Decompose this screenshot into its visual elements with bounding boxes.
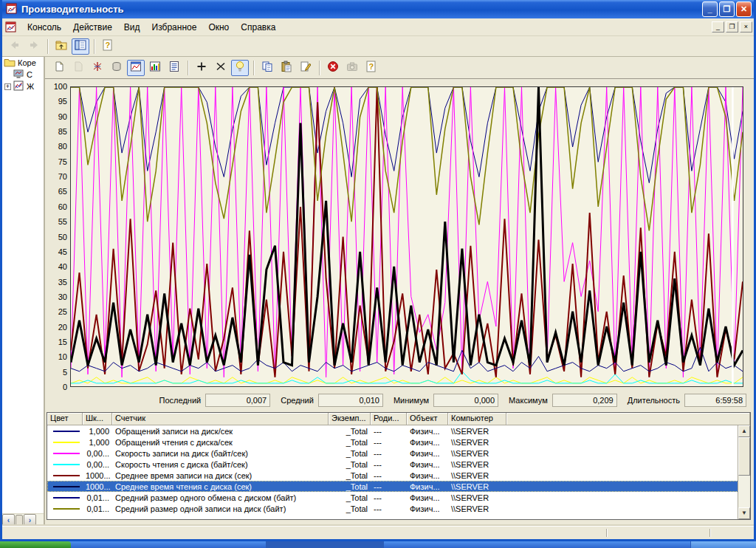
y-axis-tick: 90 [45,112,67,121]
back-button[interactable] [6,38,24,55]
menu-window[interactable]: Окно [202,20,235,35]
maximum-label: Максимум [509,396,548,405]
legend-column-header[interactable]: Компьютер [448,413,506,425]
performance-chart: 0510152025303540455055606570758085909510… [45,79,754,390]
child-close-button[interactable]: × [740,21,752,32]
menu-favorites[interactable]: Избранное [146,20,203,35]
computer-value: \\SERVER [448,482,506,491]
counter-row[interactable]: 1,000Обращений чтения с диска/сек_Total-… [47,436,750,448]
y-axis-tick: 60 [45,202,67,211]
toolbar-separator [253,61,254,75]
menu-console[interactable]: Консоль [21,20,67,35]
highlight-button[interactable] [231,60,249,76]
counter-row[interactable]: 1,000Обращений записи на диск/сек_Total-… [47,425,750,436]
properties-button[interactable] [297,60,315,76]
y-axis-tick: 35 [45,278,67,287]
help-button[interactable]: ? [362,60,380,76]
minimize-button[interactable]: _ [702,1,718,17]
legend-column-header[interactable]: Экземп... [329,413,371,425]
start-button[interactable] [0,541,71,548]
y-axis-tick: 5 [45,368,67,377]
new-counter-set-button[interactable] [50,60,68,76]
highlight-icon [234,61,246,75]
color-swatch [47,497,83,499]
computer-value: \\SERVER [448,449,506,458]
color-swatch [47,464,83,465]
restore-button[interactable]: ❐ [719,1,735,17]
legend-column-header[interactable]: Счетчик [112,413,329,425]
update-data-button[interactable] [343,60,361,76]
counter-name: Средний размер одного обмена с диском (б… [112,493,329,502]
performance-window: Производительность _ ❐ ✕ Консоль Действи… [0,0,756,541]
view-graph-button[interactable] [127,60,145,76]
chart-series-lines [71,87,743,386]
child-restore-button[interactable]: ❐ [726,21,738,32]
child-minimize-button[interactable]: _ [712,21,724,32]
legend-column-header[interactable]: Объект [407,413,448,425]
add-counter-button[interactable] [193,60,210,76]
menu-help[interactable]: Справка [235,20,281,35]
menu-action[interactable]: Действие [67,20,118,35]
scroll-down-icon[interactable]: ▼ [738,507,750,519]
counter-row[interactable]: 0,01...Средний размер одной записи на ди… [47,503,750,514]
taskbar[interactable] [0,541,756,548]
tree-horizontal-scrollbar[interactable]: ‹ › [2,513,44,526]
forward-icon [28,39,40,54]
counter-row[interactable]: 1000...Среднее время записи на диск (сек… [47,470,750,481]
view-graph-icon [130,61,142,75]
y-axis-tick: 20 [45,323,67,332]
view-current-activity-button[interactable] [89,60,106,76]
clear-display-button[interactable] [69,60,87,76]
legend-vertical-scrollbar[interactable]: ▲ ▼ [738,425,750,519]
counter-name: Скорость чтения с диска (байт/сек) [112,460,329,469]
delete-counter-button[interactable] [212,60,230,76]
y-axis-tick: 50 [45,233,67,242]
view-histogram-button[interactable] [146,60,164,76]
title-bar[interactable]: Производительность _ ❐ ✕ [2,0,754,18]
scroll-left-icon[interactable]: ‹ [2,514,15,527]
y-axis-tick: 45 [45,247,67,256]
expand-plus-icon[interactable]: + [4,83,11,90]
system-tray [690,541,756,548]
tree-item-performance-logs[interactable]: +Ж [2,81,44,92]
tree-item-console-root[interactable]: Коре [2,57,44,69]
copy-properties-button[interactable] [258,60,276,76]
update-data-icon [346,61,358,75]
help-button[interactable]: ? [99,38,117,55]
freeze-display-button[interactable] [324,60,342,76]
parent-value: --- [371,493,407,502]
show-hide-tree-button[interactable] [72,38,89,55]
close-button[interactable]: ✕ [736,1,752,17]
counter-row[interactable]: 1000...Среднее время чтения с диска (сек… [47,481,750,492]
counter-row[interactable]: 0,01...Средний размер одного обмена с ди… [47,492,750,503]
object-value: Физич... [407,460,448,469]
legend-column-header[interactable]: Шк... [83,413,112,425]
counter-name: Средний размер одной записи на диск (бай… [112,504,329,513]
view-log-data-button[interactable] [108,60,126,76]
paste-counter-list-button[interactable] [278,60,295,76]
scale-value: 1000... [83,471,112,480]
minimum-value: 0,000 [433,394,498,407]
computer-value: \\SERVER [448,427,506,436]
scrollbar-thumb[interactable] [738,437,750,476]
scroll-up-icon[interactable]: ▲ [738,425,750,437]
up-one-level-button[interactable] [52,38,70,55]
legend-column-header[interactable]: Роди... [371,413,407,425]
status-bar [2,526,754,539]
view-report-button[interactable] [165,60,183,76]
forward-button[interactable] [25,38,43,55]
scrollbar-thumb[interactable] [16,515,23,526]
object-value: Физич... [407,493,448,502]
counter-row[interactable]: 0,00...Скорость чтения с диска (байт/сек… [47,459,750,470]
tree-item-system-monitor[interactable]: С [2,69,44,81]
object-value: Физич... [407,427,448,436]
y-axis-tick: 30 [45,292,67,301]
new-counter-set-icon [53,61,65,75]
last-value: 0,007 [205,394,270,407]
legend-column-header[interactable]: Цвет [47,413,83,425]
scroll-right-icon[interactable]: › [24,514,36,527]
parent-value: --- [371,471,407,480]
counter-row[interactable]: 0,00...Скорость записи на диск (байт/сек… [47,448,750,459]
menu-view[interactable]: Вид [118,20,146,35]
taskbar-window-button[interactable] [266,541,384,548]
